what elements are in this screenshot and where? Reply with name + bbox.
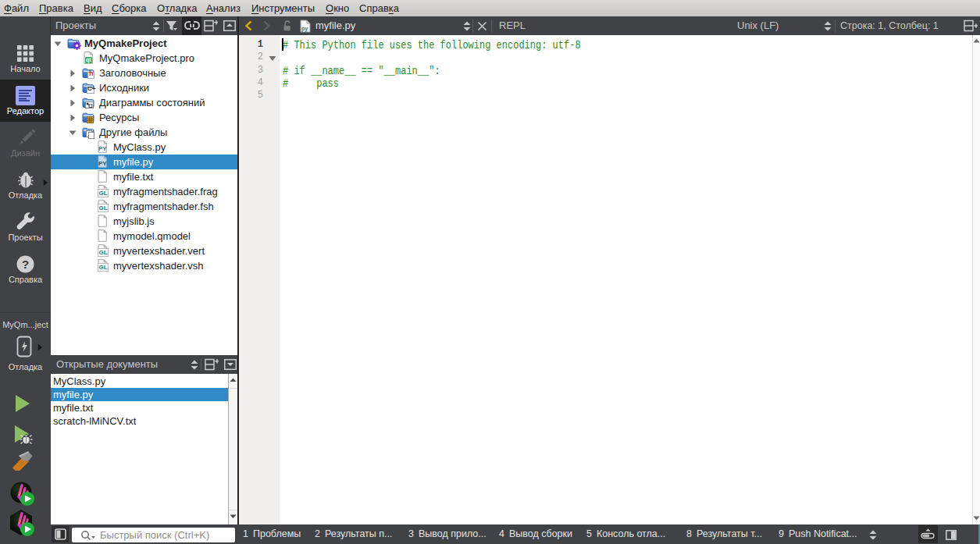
svg-text:py: py [301, 26, 308, 32]
svg-text:?: ? [22, 258, 29, 271]
